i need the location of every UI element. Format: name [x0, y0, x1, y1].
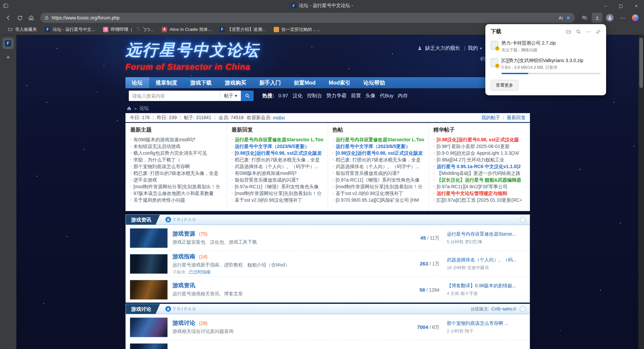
forum-thumbnail[interactable] [130, 228, 168, 248]
forum-link[interactable]: 游戏讨论 [172, 320, 195, 326]
downloads-more-options-icon[interactable]: ⋯ [586, 29, 591, 35]
last-post-link[interactable]: 武器选择排名（个人向）。（码... [447, 257, 526, 263]
subforum-link[interactable]: 已过时指南 [189, 269, 211, 275]
username-link[interactable]: 缺乏火力的舰长 [425, 45, 461, 51]
collapse-section-button[interactable]: − [520, 306, 526, 312]
tab-actions-icon[interactable] [0, 3, 11, 8]
new-tab-button[interactable]: + [2, 52, 14, 62]
hot-search-term[interactable]: 汉化 [292, 93, 303, 99]
topic-link[interactable]: 载入config包后势力完全消失不可见 [133, 150, 207, 156]
topic-link[interactable]: 档已废: 打捞出的7级老冰棍无头像，全是 [133, 170, 219, 176]
search-scope-select[interactable]: 帖子 ▾ [220, 91, 241, 101]
hot-search-term[interactable]: 头像 [365, 93, 375, 99]
hot-search-term[interactable]: 代Buy [380, 93, 393, 99]
last-post-link[interactable]: 远行星号内存设置修改器Starse... [447, 231, 526, 237]
topic-link[interactable]: [mod制作资源网站分享]先别急着划出！分 [235, 191, 322, 196]
nav-tab[interactable]: 新手入门 [253, 77, 287, 88]
download-item[interactable]: ! 势力-卡特贸易公司 2.7.zip 无法下载 - 网络问题 [485, 38, 606, 55]
favorite-star-icon[interactable] [566, 15, 571, 20]
search-button[interactable] [241, 91, 254, 101]
topic-link[interactable]: 档已废: 打捞出的7级老冰棍无头像，全是 [336, 157, 421, 162]
topic-link[interactable]: [0.98汉化]远行星号0.98, sst正式汉化版 [437, 137, 519, 142]
hot-search-term[interactable]: 势力争霸 [326, 93, 346, 99]
nav-tab[interactable]: 游戏购买 [218, 77, 253, 88]
topic-link[interactable]: [0.97a-RC11][4.9rc2]FSF军事公司 [437, 184, 507, 189]
topic-link[interactable]: 那个宠物到底该怎么寄存啊 [133, 164, 190, 169]
topic-link[interactable]: 有098版本的游戏加速mod吗? [133, 137, 195, 142]
profile-button[interactable] [604, 13, 615, 23]
page-scrollbar[interactable] [638, 35, 644, 349]
bookmark-item[interactable]: 你一定肝过她的，... [271, 25, 323, 34]
nav-tab[interactable]: 论坛帮助 [357, 77, 392, 88]
read-aloud-icon[interactable]: A) [559, 15, 563, 20]
forum-thumbnail[interactable] [130, 343, 168, 349]
topic-link[interactable]: [0.9-0.96]趋光议会 ApproLight 1.3.3(24/ [437, 150, 519, 156]
my-menu[interactable]: 我的 [468, 45, 478, 51]
open-downloads-folder-icon[interactable] [566, 29, 571, 35]
forum-thumbnail[interactable] [130, 317, 168, 337]
home-button[interactable] [26, 13, 36, 23]
topic-link[interactable]: 疑似背景音乐播放造成的闪退? [235, 177, 299, 183]
topic-link[interactable]: [mod制作资源网站分享]先别急着划出！分 [336, 184, 423, 189]
close-button[interactable]: × [629, 0, 644, 11]
view-more-downloads-button[interactable]: 查看更多 [491, 80, 518, 91]
topic-link[interactable]: [0.98a][04.27] 光环动力舰船工业 [437, 157, 504, 162]
breadcrumb-forum-link[interactable]: 论坛 [140, 105, 149, 111]
topic-link[interactable]: 档已废: 打捞出的7级老冰棍无头像，全是 [235, 157, 320, 162]
topic-link[interactable]: 进不去游戏 [133, 177, 157, 183]
new-replies-link[interactable]: 最新回复 [507, 115, 526, 121]
downloads-button[interactable] [592, 13, 602, 23]
pin-downloads-icon[interactable] [596, 29, 601, 35]
section-title[interactable]: 游戏讨论 [126, 304, 160, 314]
search-downloads-icon[interactable] [576, 29, 581, 35]
topic-link[interactable]: [0.98汉化]远行星号0.98, sst正式汉化版发 [235, 150, 322, 156]
topic-link[interactable]: [0.97a-RC11]《钢强》系列女性角色头像 [336, 177, 420, 183]
topic-link[interactable]: 求助，为什么下载了（ [133, 157, 180, 162]
download-item[interactable]: ! [C][势力]女武神组织Valkyrians 3.3.0.zip 0 B/s… [485, 55, 606, 77]
forum-link[interactable]: 游戏资讯 [172, 282, 195, 289]
topic-link[interactable]: 有098版本的游戏加速mod吗? [235, 170, 297, 176]
section-title[interactable]: 游戏资讯 [126, 215, 160, 225]
topic-link[interactable]: [0.97a-RC11]《钢强》系列女性角色头像 [235, 184, 319, 189]
settings-menu-button[interactable]: ⋯ [617, 13, 628, 23]
topic-link[interactable]: 未知错误无法启动游戏 [133, 144, 180, 149]
topic-link[interactable]: 远行星号内存设置修改器Starsector L.Too [235, 137, 323, 142]
address-bar[interactable]: https://www.fossic.org/forum.php A) [40, 13, 575, 23]
topic-link[interactable]: 远行星号 0.95.1a-RC6 中文汉化v1.1.0(2 [437, 164, 521, 169]
topic-link[interactable]: 97版本该怎么修改地图大小和星系数量 [133, 191, 214, 196]
scrollbar-thumb[interactable] [639, 38, 643, 88]
topic-link[interactable]: [C][0.97a]幻想工造 [2025.01.10更新(RC+ [437, 197, 523, 203]
hot-search-term[interactable]: 控制台 [307, 93, 322, 99]
forum-link[interactable]: 游戏指南 [172, 253, 195, 260]
minimize-button[interactable]: – [598, 0, 613, 11]
topic-link[interactable]: 基于sst v2.0的0.98汉化增强补丁 [235, 197, 303, 203]
topic-link[interactable]: 基于sst v2.0的0.98汉化增强补丁 [336, 191, 404, 196]
newest-member-link[interactable]: midixi [273, 115, 285, 120]
nav-tab[interactable]: 游戏下载 [184, 77, 218, 88]
site-permissions-icon[interactable] [44, 15, 49, 20]
topic-link[interactable]: 武器选择排名（个人向）。（码字中）... [235, 164, 319, 169]
topic-link[interactable]: [0.98汉化]远行星号0.98, sst正式汉化版发 [336, 150, 423, 156]
topic-link[interactable]: [0.98*] 星际小卖部 2025-06-01更新 [437, 144, 510, 149]
nav-tab[interactable]: 前置Mod [287, 77, 322, 88]
maximize-button[interactable]: ▢ [613, 0, 629, 11]
collapse-section-button[interactable]: − [520, 217, 526, 222]
topic-link[interactable]: 关于规则类的奇怪小问题 [133, 197, 185, 203]
forum-link[interactable]: 游戏资源 [172, 231, 195, 237]
active-tab[interactable]: F [2, 38, 14, 49]
moderator-link[interactable]: CVB~taiho.0 [491, 306, 516, 311]
hot-search-term[interactable]: 前置 [351, 93, 361, 99]
topic-link[interactable]: 武器选择排名（个人向）。（码字中）... [336, 164, 420, 169]
bookmark-item[interactable]: F 论坛 - 远行星号中文... [42, 25, 98, 34]
topic-link[interactable]: 【议长汉化】远行星号 舰船&武器编辑器 [437, 177, 521, 183]
home-icon[interactable] [127, 106, 131, 111]
nav-tab[interactable]: 论坛 [125, 77, 149, 88]
last-post-link[interactable]: 那个宠物到底该怎么寄存啊 ... [447, 320, 526, 327]
back-button[interactable] [3, 13, 13, 23]
hot-search-term[interactable]: 0.97 [278, 93, 288, 99]
topic-link[interactable]: 远行星号中文论坛管理规定与细则 [437, 191, 507, 196]
topic-link[interactable]: 远行星号中文字库（2023/6/5更新） [336, 144, 411, 149]
topic-link[interactable]: 【Modding基础】更进一步代码绘画之路 [437, 170, 521, 176]
url-text[interactable]: https://www.fossic.org/forum.php [52, 15, 556, 20]
topic-link[interactable]: [mod制作资源网站分享]先别急着划出！分 [133, 184, 220, 189]
